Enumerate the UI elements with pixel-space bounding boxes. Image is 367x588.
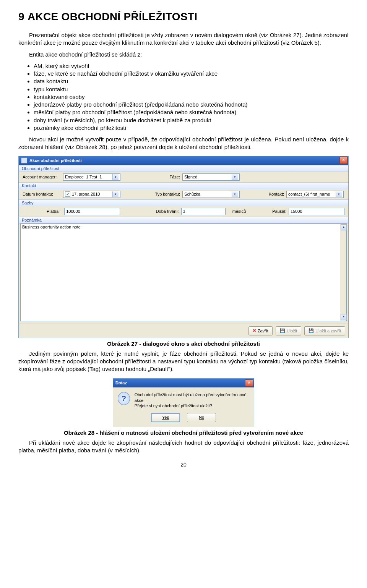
close-button[interactable]: ✖ Zavřít [248, 326, 273, 335]
confirm-title: Dotaz [115, 381, 245, 385]
save-close-button[interactable]: 💾 Uložit a zavřít [304, 326, 345, 335]
confirm-line1: Obchodní příležitost musí být uložena př… [135, 392, 249, 403]
bullet: měsíční platby pro obchodní příležitost … [34, 109, 349, 116]
paragraph-5: Při ukládání nové akce dojde ke zkopírov… [18, 439, 349, 455]
pausal-input[interactable]: 15000 [289, 208, 344, 215]
label-contact-type: Typ kontaktu: [142, 192, 180, 196]
account-manager-combo[interactable]: Employee_1 Test_1 ▾ [63, 173, 120, 181]
checkbox-checked-icon[interactable]: ✓ [65, 191, 70, 197]
close-icon[interactable]: × [339, 157, 348, 164]
save-icon: 💾 [280, 328, 285, 333]
caption-28: Obrázek 28 - hlášení o nutnosti uložení … [18, 429, 349, 436]
confirm-message: Obchodní příležitost musí být uložena př… [135, 392, 249, 408]
label-months: měsíců [228, 209, 250, 214]
yes-label: Yes [162, 415, 169, 420]
contact-type-value: Schůzka [184, 192, 200, 196]
phase-combo[interactable]: Signed ▾ [182, 173, 240, 181]
scroll-up-icon[interactable]: ▴ [341, 224, 347, 230]
date-value: 17. srpna 2010 [72, 192, 100, 196]
label-am: Account manager: [23, 175, 61, 179]
label-phase: Fáze: [165, 175, 180, 179]
duration-value: 3 [183, 209, 185, 214]
question-icon: ? [118, 392, 130, 405]
group-note: Poznámka [19, 217, 348, 224]
paragraph-2: Entita akce obchodní příležitosti se skl… [18, 51, 349, 58]
paragraph-4: Jediným povinným polem, které je nutné v… [18, 350, 349, 373]
no-label: No [199, 415, 204, 420]
chevron-down-icon[interactable]: ▾ [232, 191, 238, 197]
chevron-down-icon[interactable]: ▾ [232, 174, 238, 180]
note-value: Business oportunity action note [22, 225, 81, 229]
paragraph-3: Novou akci je možné vytvořit pouze v pří… [18, 136, 349, 151]
close-icon[interactable]: × [245, 379, 253, 387]
confirm-line2: Přejete si nyní obchodní příležitost ulo… [135, 403, 249, 408]
close-button-label: Zavřít [258, 329, 268, 333]
contact-combo[interactable]: contact_(6) first_name ▾ [286, 191, 344, 198]
dialog-titlebar[interactable]: Akce obchodní příležitosti × [19, 156, 348, 165]
group-sazby: Sazby [19, 199, 348, 206]
bullet: fáze, ve které se nachází obchodní příle… [34, 70, 349, 78]
label-contact: Kontakt: [261, 192, 284, 196]
note-textarea[interactable]: Business oportunity action note ▴ ▾ [20, 224, 347, 321]
bullet: AM, který akci vytvořil [34, 62, 349, 70]
phase-value: Signed [184, 175, 197, 179]
duration-input[interactable]: 3 [181, 208, 226, 215]
save-close-button-label: Uložit a zavřít [315, 329, 341, 333]
heading-text: AKCE OBCHODNÍ PŘÍLEŽITOSTI [28, 11, 197, 23]
payment-value: 100000 [66, 209, 80, 214]
action-dialog: Akce obchodní příležitosti × Obchodní př… [18, 156, 349, 338]
yes-button[interactable]: Yes [151, 413, 180, 422]
save-button[interactable]: 💾 Uložit [276, 326, 302, 335]
save-button-label: Uložit [287, 329, 297, 333]
caption-27: Obrázek 27 - dialogové okno s akcí obcho… [18, 340, 349, 347]
paragraph-1: Prezentační objekt akce obchodní příleži… [18, 31, 349, 47]
payment-input[interactable]: 100000 [64, 208, 120, 215]
page-number: 20 [18, 462, 349, 468]
scroll-down-icon[interactable]: ▾ [341, 314, 347, 320]
close-icon: ✖ [253, 328, 256, 333]
label-date: Datum kontaktu: [23, 192, 61, 196]
bullet: typu kontaktu [34, 86, 349, 93]
heading-number: 9 [18, 11, 24, 23]
chevron-down-icon[interactable]: ▾ [112, 191, 119, 197]
dialog-title: Akce obchodní příležitosti [29, 158, 339, 163]
group-opp: Obchodní příležitost [19, 165, 348, 172]
contact-date-picker[interactable]: ✓ 17. srpna 2010 ▾ [63, 191, 120, 198]
app-icon [21, 157, 27, 164]
am-value: Employee_1 Test_1 [65, 175, 102, 179]
chevron-down-icon[interactable]: ▾ [336, 191, 342, 197]
dialog-button-bar: ✖ Zavřít 💾 Uložit 💾 Uložit a zavřít [19, 324, 348, 338]
scrollbar[interactable]: ▴ ▾ [340, 224, 346, 321]
pausal-value: 15000 [291, 209, 302, 214]
no-button[interactable]: No [187, 413, 216, 422]
contact-type-combo[interactable]: Schůzka ▾ [182, 191, 240, 198]
label-pausal: Paušál: [264, 209, 286, 214]
save-close-icon: 💾 [309, 328, 314, 333]
contact-value: contact_(6) first_name [288, 192, 330, 196]
bullet: data kontaktu [34, 78, 349, 85]
label-duration: Doba trvání: [145, 209, 179, 214]
bullet: kontaktované osoby [34, 93, 349, 101]
label-platba: Platba: [23, 209, 62, 214]
section-heading: 9 AKCE OBCHODNÍ PŘÍLEŽITOSTI [18, 11, 349, 23]
group-kontakt: Kontakt [19, 182, 348, 189]
chevron-down-icon[interactable]: ▾ [112, 174, 119, 180]
confirm-titlebar[interactable]: Dotaz × [113, 379, 254, 387]
bullet: poznámky akce obchodní příležitosti [34, 124, 349, 132]
entity-bullets: AM, který akci vytvořil fáze, ve které s… [25, 62, 349, 132]
confirm-dialog: Dotaz × ? Obchodní příležitost musí být … [113, 378, 254, 427]
bullet: doby trvání (v měsících), po kterou bude… [34, 117, 349, 124]
bullet: jednorázové platby pro obchodní příležit… [34, 101, 349, 109]
